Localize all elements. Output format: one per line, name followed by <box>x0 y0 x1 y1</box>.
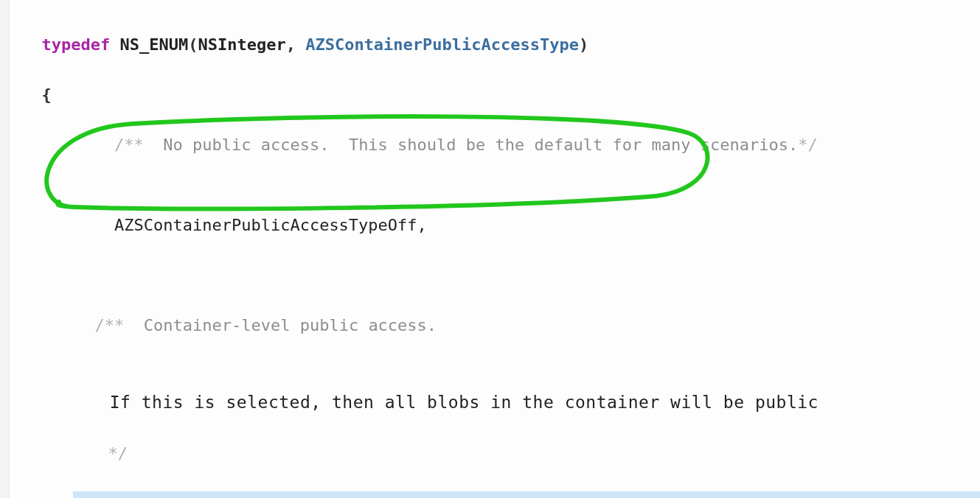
comment-open: /** <box>114 136 144 154</box>
blank-line <box>22 263 980 288</box>
code-line-typedef[interactable]: typedef NS_ENUM(NSInteger, AZSContainerP… <box>22 7 980 57</box>
comment-open: /** <box>95 316 125 334</box>
comment-text-off: No public access. This should be the def… <box>144 136 798 154</box>
line-gutter <box>0 0 10 498</box>
code-line-comment-container-title[interactable]: /** Container-level public access. <box>22 288 980 338</box>
comma: , <box>286 35 306 54</box>
blank-line <box>22 338 980 363</box>
enum-value-off: AZSContainerPublicAccessTypeOff, <box>114 216 427 234</box>
type-enum-name: AZSContainerPublicAccessType <box>305 35 579 54</box>
code-line-brace-open[interactable]: { <box>22 57 980 108</box>
selection-highlight: AZSContainerPublicAccessTypeContainer, <box>73 491 981 498</box>
identifier-ns-enum: NS_ENUM <box>119 35 188 54</box>
type-nsinteger: NSInteger <box>198 35 285 54</box>
code-line-enum-off[interactable]: AZSContainerPublicAccessTypeOff, <box>22 183 980 263</box>
code-line-enum-container[interactable]: AZSContainerPublicAccessTypeContainer, <box>22 466 980 498</box>
paren-close: ) <box>579 35 588 54</box>
brace-open: { <box>42 85 52 104</box>
code-line-comment-container-close[interactable]: */ <box>22 415 980 466</box>
comment-close: */ <box>108 444 128 463</box>
comment-close: */ <box>798 136 818 154</box>
keyword-typedef: typedef <box>42 35 111 54</box>
code-line-comment-off[interactable]: /** No public access. This should be the… <box>22 108 980 183</box>
paren-open: ( <box>188 35 198 54</box>
comment-title-container: Container-level public access. <box>124 316 437 334</box>
annotated-block: /** No public access. This should be the… <box>22 108 980 288</box>
code-line-comment-container-body[interactable]: If this is selected, then all blobs in t… <box>22 363 980 415</box>
comment-body-container: If this is selected, then all blobs in t… <box>110 393 819 412</box>
